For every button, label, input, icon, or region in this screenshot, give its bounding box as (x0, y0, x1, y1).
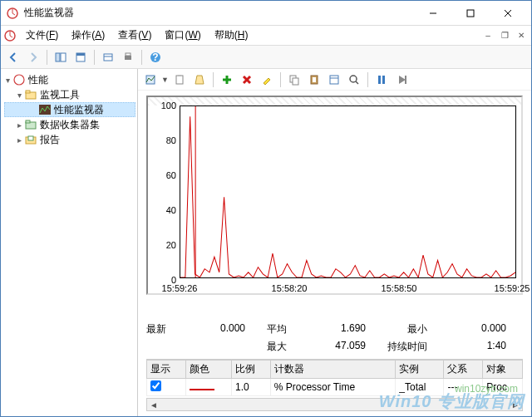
zoom-button[interactable] (345, 71, 363, 89)
properties-button[interactable] (71, 48, 90, 66)
maximize-button[interactable] (451, 2, 489, 25)
stat-avg-label: 平均 (267, 322, 287, 336)
scroll-left-icon[interactable]: ◄ (147, 400, 160, 410)
svg-rect-35 (330, 76, 338, 84)
mdi-minimize-icon[interactable]: – (481, 30, 495, 42)
svg-rect-7 (61, 53, 66, 61)
scroll-right-icon[interactable]: ► (509, 400, 522, 410)
print-button[interactable] (119, 48, 137, 66)
col-parent[interactable]: 父系 (444, 361, 483, 379)
x-tick: 15:59:25 (495, 283, 530, 293)
reports-icon (24, 133, 37, 146)
svg-rect-34 (313, 77, 316, 82)
clear-button[interactable] (190, 71, 209, 89)
svg-rect-13 (126, 53, 131, 56)
paste-button[interactable] (305, 71, 323, 89)
stat-dur-value: 1:40 (432, 340, 523, 354)
window-title: 性能监视器 (24, 6, 414, 20)
col-counter[interactable]: 计数器 (270, 361, 396, 379)
counter-scale: 1.0 (231, 379, 270, 396)
freeze-button[interactable] (372, 71, 391, 89)
view-type-button[interactable] (141, 71, 160, 89)
tree-dcs-label: 数据收集器集 (40, 118, 100, 132)
show-hide-tree-button[interactable] (52, 48, 70, 66)
col-object[interactable]: 对象 (483, 361, 523, 379)
tree-root-performance[interactable]: ▾ 性能 (2, 72, 135, 87)
folder-icon (24, 88, 37, 101)
close-button[interactable] (489, 2, 526, 25)
counter-color-swatch (190, 389, 214, 390)
counters-table[interactable]: 显示 颜色 比例 计数器 实例 父系 对象 1.0% Processor Tim… (146, 359, 523, 396)
counter-row[interactable]: 1.0% Processor Time_Total---Proc (147, 379, 523, 396)
col-scale[interactable]: 比例 (231, 361, 270, 379)
navigation-tree[interactable]: ▾ 性能 ▾ 监视工具 性能监视器 ▸ 数据收集器集 ▸ 报告 (1, 69, 138, 416)
stats-panel: 最新 0.000 平均 1.690 最小 0.000 最大 47.059 持续时… (138, 317, 531, 359)
delete-counter-button[interactable] (238, 71, 256, 89)
minimize-button[interactable] (414, 2, 451, 25)
menu-w[interactable]: 窗口(W) (158, 27, 207, 42)
tree-monitors-label: 监视工具 (40, 88, 80, 102)
svg-line-38 (356, 81, 358, 84)
copy-button[interactable] (285, 71, 303, 89)
svg-point-37 (350, 76, 357, 82)
stat-latest-label: 最新 (146, 322, 166, 336)
svg-rect-12 (125, 56, 131, 60)
stat-max-value: 47.059 (292, 340, 382, 354)
x-tick: 15:59:26 (162, 283, 198, 293)
tree-root-label: 性能 (28, 73, 48, 87)
clipboard-button[interactable] (170, 71, 189, 89)
x-tick: 15:58:50 (382, 283, 417, 293)
col-show[interactable]: 显示 (147, 361, 186, 379)
svg-rect-18 (26, 91, 30, 93)
menu-a[interactable]: 操作(A) (65, 27, 111, 42)
mdi-restore-icon[interactable]: ❐ (498, 30, 511, 42)
y-tick: 60 (151, 170, 176, 180)
stat-avg-value: 1.690 (292, 322, 382, 336)
menu-f[interactable]: 文件(F) (19, 27, 65, 42)
svg-rect-23 (28, 136, 33, 140)
stat-latest-value: 0.000 (171, 322, 262, 336)
properties-chart-button[interactable] (325, 71, 343, 89)
chart-plot[interactable] (180, 105, 516, 278)
svg-rect-25 (176, 76, 183, 84)
menu-v[interactable]: 查看(V) (111, 27, 158, 42)
counter-object: Proc (483, 379, 523, 396)
y-tick: 40 (151, 205, 176, 215)
stat-min-value: 0.000 (432, 322, 523, 336)
tree-node-monitors[interactable]: ▾ 监视工具 (2, 87, 135, 102)
svg-rect-10 (104, 54, 112, 61)
tree-node-dcs[interactable]: ▸ 数据收集器集 (2, 117, 135, 132)
add-counter-button[interactable] (218, 71, 236, 89)
menu-h[interactable]: 帮助(H) (208, 27, 255, 42)
tree-perfmon-label: 性能监视器 (54, 103, 104, 117)
col-instance[interactable]: 实例 (396, 361, 444, 379)
col-color[interactable]: 颜色 (185, 361, 231, 379)
back-button[interactable] (4, 48, 22, 66)
counter-show-checkbox[interactable] (150, 380, 161, 391)
tree-node-perfmon[interactable]: 性能监视器 (4, 102, 135, 117)
dropdown-icon[interactable]: ▼ (161, 76, 169, 84)
update-button[interactable] (392, 71, 411, 89)
svg-rect-21 (26, 120, 30, 123)
tree-node-reports[interactable]: ▸ 报告 (2, 132, 135, 147)
y-tick: 80 (151, 135, 176, 145)
stat-max-label: 最大 (267, 340, 287, 354)
svg-rect-19 (39, 105, 51, 115)
svg-rect-32 (293, 78, 298, 85)
highlight-button[interactable] (258, 71, 276, 89)
perfmon-app-icon (6, 7, 19, 20)
mdi-close-icon[interactable]: ✕ (515, 30, 528, 42)
counter-instance: _Total (396, 379, 444, 396)
horizontal-scrollbar[interactable]: ◄ ► (146, 398, 523, 411)
forward-button[interactable] (24, 48, 42, 66)
svg-rect-39 (378, 76, 381, 84)
export-button[interactable] (99, 48, 117, 66)
stat-min-label: 最小 (387, 322, 427, 336)
stat-dur-label: 持续时间 (387, 340, 427, 354)
svg-text:?: ? (152, 52, 158, 63)
help-button[interactable]: ? (146, 48, 165, 66)
menubar: 文件(F)操作(A)查看(V)窗口(W)帮助(H) – ❐ ✕ (1, 26, 531, 46)
svg-rect-40 (382, 76, 385, 84)
tree-reports-label: 报告 (40, 133, 60, 147)
svg-point-16 (14, 75, 24, 85)
